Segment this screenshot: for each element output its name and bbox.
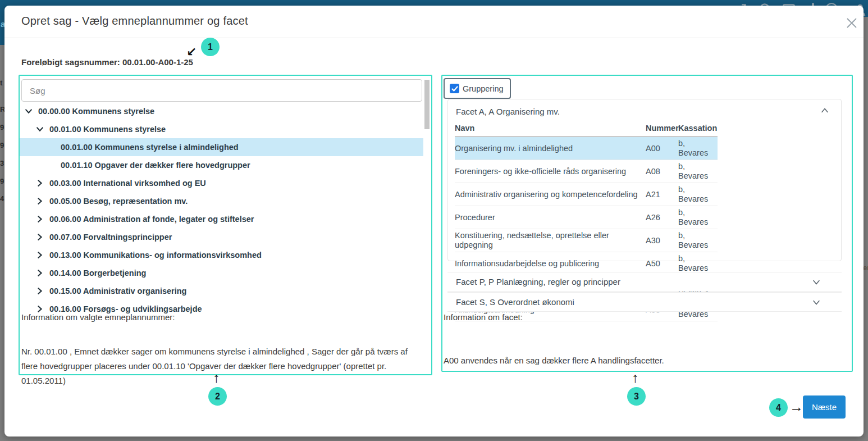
annotation-step-3: 3 [627, 387, 646, 406]
backdrop-text-fragment: 3 [0, 160, 4, 167]
chevron-right-icon[interactable] [36, 197, 44, 205]
chevron-up-icon[interactable] [820, 106, 830, 116]
backdrop-text-fragment: 9 [0, 178, 4, 185]
tree-item[interactable]: 00.15.00 Administrativ organisering [20, 282, 423, 300]
grouping-checkbox-field[interactable]: Gruppering [444, 78, 511, 99]
search-input[interactable] [21, 79, 422, 102]
facet-row[interactable]: Administrativ organisering og kompetence… [455, 183, 718, 206]
annotation-step-4: 4 [769, 398, 788, 417]
tree-item[interactable]: 00.06.00 Administration af fonde, legate… [20, 210, 423, 228]
screen: a t R 9 9 3 9 4 em Opret sag - Vælg emne… [0, 0, 868, 441]
annotation-step-1: 1 [201, 38, 220, 56]
annotation-step-2: 2 [208, 387, 227, 406]
chevron-right-icon[interactable] [36, 305, 44, 313]
checkbox-checked-icon[interactable] [450, 84, 459, 93]
title-divider [4, 38, 864, 38]
chevron-down-icon[interactable] [811, 277, 821, 287]
facet-row-selected[interactable]: Organisering mv. i almindelighed A00 b, … [455, 137, 718, 160]
chevron-right-icon[interactable] [36, 179, 44, 187]
chevron-down-icon[interactable] [811, 297, 821, 307]
chevron-right-icon[interactable] [36, 233, 44, 241]
tree-item[interactable]: 00.05.00 Besøg, repræsentation mv. [20, 192, 423, 210]
facet-row[interactable]: Konstituering, nedsættelse, oprettelse e… [455, 229, 718, 252]
tree-item[interactable]: 00.07.00 Forvaltningsprincipper [20, 228, 423, 246]
opret-sag-modal: Opret sag - Vælg emneplannummer og facet… [4, 6, 864, 437]
facet-info-text: A00 anvendes når en sag dækker flere A h… [444, 353, 837, 368]
tree-item-selected[interactable]: 00.01.00 Kommunens styrelse i almindelig… [20, 138, 423, 156]
backdrop-text-fragment: t [0, 79, 2, 87]
grouping-label: Gruppering [463, 84, 504, 93]
tree-item[interactable]: 00.01.00 Kommunens styrelse [20, 120, 423, 138]
emneplan-tree: 00.00.00 Kommunens styrelse 00.01.00 Kom… [20, 102, 423, 313]
tree-scrollbar[interactable] [424, 80, 430, 129]
chevron-right-icon[interactable] [36, 215, 44, 223]
facet-row[interactable]: Foreningers- og ikke-officielle råds org… [455, 160, 718, 183]
facet-p-accordion[interactable]: Facet P, P Planlægning, regler og princi… [447, 272, 842, 292]
chevron-down-icon[interactable] [36, 125, 44, 133]
facet-s-accordion[interactable]: Facet S, S Overordnet økonomi [447, 292, 842, 312]
facet-a-header[interactable]: Facet A, A Organisering mv. [456, 107, 560, 116]
chevron-down-icon[interactable] [25, 107, 33, 115]
annotation-arrow-right: → [789, 399, 803, 415]
backdrop-text-fragment: em [863, 264, 868, 271]
column-header-navn: Navn [455, 121, 646, 137]
close-icon[interactable] [843, 15, 860, 31]
tree-item[interactable]: 00.13.00 Kommunikations- og informations… [20, 246, 423, 264]
column-header-nummer: Nummer [646, 121, 678, 137]
facet-table-header-row: Navn Nummer Kassation [455, 121, 718, 137]
preliminary-case-number: Foreløbigt sagsnummer: 00.01.00-A00-1-25 [21, 57, 193, 67]
tree-item[interactable]: 00.03.00 International virksomhed og EU [20, 174, 423, 192]
next-button[interactable]: Næste [803, 395, 846, 419]
tree-item[interactable]: 00.00.00 Kommunens styrelse [20, 102, 423, 120]
chevron-right-icon[interactable] [36, 287, 44, 295]
modal-title: Opret sag - Vælg emneplannummer og facet [21, 15, 248, 28]
tree-item[interactable]: 00.16.00 Forsøgs- og udviklingsarbejde [20, 300, 423, 313]
annotation-arrow-southwest: ↙ [186, 45, 197, 60]
emneplan-info-label: Information om valgte emneplannummer: [21, 312, 175, 322]
backdrop-text-fragment: 4 [0, 195, 4, 202]
tree-item[interactable]: 00.01.10 Opgaver der dækker flere hovedg… [20, 156, 423, 174]
annotation-arrow-up: ↑ [632, 370, 639, 386]
facet-info-label: Information om facet: [444, 312, 523, 322]
backdrop-text-fragment: 9 [0, 124, 4, 131]
chevron-right-icon[interactable] [36, 251, 44, 259]
column-header-kassation: Kassation [678, 121, 718, 137]
tree-item[interactable]: 00.14.00 Borgerbetjening [20, 264, 423, 282]
facet-row[interactable]: Procedurer A26 b, Bevares [455, 206, 718, 229]
backdrop-text-fragment: 9 [0, 142, 4, 149]
chevron-right-icon[interactable] [36, 269, 44, 277]
annotation-arrow-up: ↑ [213, 370, 220, 386]
